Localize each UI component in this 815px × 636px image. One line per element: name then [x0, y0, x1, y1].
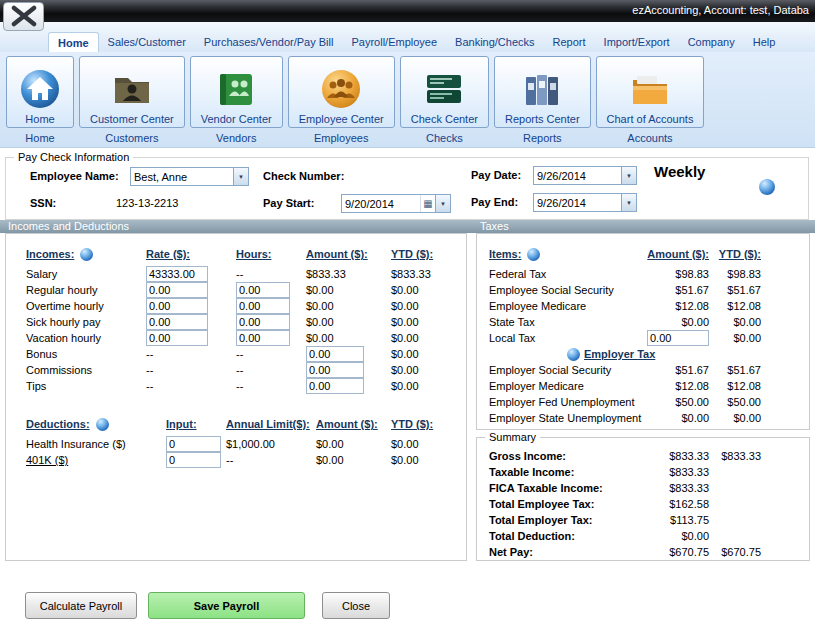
help-globe-icon[interactable] [80, 248, 93, 261]
tab-sales-customer[interactable]: Sales/Customer [99, 32, 195, 52]
calculate-payroll-button[interactable]: Calculate Payroll [25, 592, 137, 619]
income-amount: $0.00 [306, 300, 391, 312]
summary-panel: Summary Gross Income: $833.33 $833.33 Ta… [476, 437, 810, 561]
toolbar-vendor-group: Vendor Center Vendors [190, 56, 283, 144]
deductions-column-header: Deductions: [26, 418, 90, 430]
summary-title: Summary [485, 431, 540, 443]
check-center-button[interactable]: Check Center [400, 56, 489, 128]
toolbar-customer-group: Customer Center Customers [79, 56, 185, 144]
deduction-limit: $1,000.00 [226, 438, 316, 450]
health-insurance-input[interactable] [166, 436, 221, 452]
tab-company[interactable]: Company [679, 32, 744, 52]
salary-rate-input[interactable] [146, 266, 208, 282]
income-amount: $0.00 [306, 284, 391, 296]
vacation-hourly-hours-input[interactable] [236, 330, 290, 346]
pay-end-label: Pay End: [471, 196, 518, 208]
incomes-column-header: Incomes: [26, 248, 74, 260]
app-logo-button[interactable] [3, 2, 44, 31]
tab-purchases-vendor-pay-bill[interactable]: Purchases/Vendor/Pay Bill [195, 32, 343, 52]
deduction-ytd: $0.00 [391, 438, 468, 450]
tax-row-employer-state-unemployment: Employer State Unemployment $0.00 $0.00 [477, 410, 809, 426]
vendor-center-label: Vendor Center [201, 113, 272, 125]
app-window: ezAccounting, Account: test, Databa Home… [0, 0, 815, 636]
tax-label: Employee Medicare [489, 300, 651, 312]
commissions-amount-input[interactable] [306, 362, 364, 378]
ezaccounting-logo-icon [10, 5, 38, 29]
income-label: Salary [26, 268, 146, 280]
ytd-column-header: YTD ($): [719, 248, 761, 260]
employer-tax-section-header: Employer Tax [477, 346, 809, 362]
vacation-hourly-rate-input[interactable] [146, 330, 208, 346]
bonus-amount-input[interactable] [306, 346, 364, 362]
overtime-hourly-rate-input[interactable] [146, 298, 208, 314]
tax-amount: $51.67 [651, 364, 709, 376]
overtime-hourly-hours-input[interactable] [236, 298, 290, 314]
chart-of-accounts-button[interactable]: Chart of Accounts [596, 56, 705, 128]
vendor-center-button[interactable]: Vendor Center [190, 56, 283, 128]
input-column-header: Input: [166, 418, 197, 430]
employee-center-icon [318, 66, 364, 112]
tab-banking-checks[interactable]: Banking/Checks [446, 32, 544, 52]
customer-center-button[interactable]: Customer Center [79, 56, 185, 128]
tax-row-local: Local Tax $0.00 [477, 330, 809, 346]
income-hours: -- [236, 268, 306, 280]
pay-start-datepicker[interactable]: 9/20/2014 ▦ ▼ [341, 194, 451, 213]
tax-label: Local Tax [489, 332, 651, 344]
sick-hourly-hours-input[interactable] [236, 314, 290, 330]
close-button[interactable]: Close [322, 592, 390, 619]
toolbar-check-group: Check Center Checks [400, 56, 489, 144]
tab-report[interactable]: Report [544, 32, 595, 52]
summary-row-total-employer-tax: Total Employer Tax: $113.75 [477, 512, 809, 528]
vendor-center-icon [213, 66, 259, 112]
accounts-sublabel: Accounts [627, 132, 672, 144]
tips-amount-input[interactable] [306, 378, 364, 394]
reports-center-label: Reports Center [505, 113, 580, 125]
income-label: Bonus [26, 348, 146, 360]
summary-row-total-deduction: Total Deduction: $0.00 [477, 528, 809, 544]
title-bar: ezAccounting, Account: test, Databa [0, 0, 815, 22]
income-row-tips: Tips -- -- $0.00 [6, 378, 466, 394]
save-payroll-button[interactable]: Save Payroll [148, 592, 305, 619]
home-button[interactable]: Home [6, 56, 74, 128]
tax-ytd: $0.00 [709, 412, 761, 424]
tax-row-employer-medicare: Employer Medicare $12.08 $12.08 [477, 378, 809, 394]
tab-help[interactable]: Help [744, 32, 785, 52]
employee-name-select[interactable]: Best, Anne ▼ [130, 167, 249, 186]
tab-import-export[interactable]: Import/Export [595, 32, 679, 52]
tab-home[interactable]: Home [48, 32, 99, 52]
help-globe-icon[interactable] [527, 248, 540, 261]
income-ytd: $0.00 [391, 332, 468, 344]
help-globe-icon[interactable] [96, 418, 109, 431]
tab-payroll-employee[interactable]: Payroll/Employee [342, 32, 446, 52]
summary-row-taxable-income: Taxable Income: $833.33 [477, 464, 809, 480]
pay-date-select[interactable]: 9/26/2014 ▼ [533, 166, 637, 185]
customer-center-icon [109, 66, 155, 112]
help-globe-icon[interactable] [759, 179, 775, 195]
local-tax-input[interactable] [647, 330, 709, 346]
income-row-salary: Salary -- $833.33 $833.33 [6, 266, 466, 282]
summary-label: Total Employee Tax: [489, 498, 651, 510]
summary-row-total-employee-tax: Total Employee Tax: $162.58 [477, 496, 809, 512]
income-rate: -- [146, 364, 236, 376]
income-row-sick-hourly: Sick hourly pay $0.00 $0.00 [6, 314, 466, 330]
taxes-panel: Items: Amount ($): YTD ($): Federal Tax … [476, 233, 810, 430]
income-label: Commissions [26, 364, 146, 376]
sick-hourly-rate-input[interactable] [146, 314, 208, 330]
chevron-down-icon: ▼ [621, 167, 636, 184]
tax-ytd: $0.00 [709, 316, 761, 328]
tax-amount: $12.08 [651, 380, 709, 392]
tax-row-employer-fed-unemployment: Employer Fed Unemployment $50.00 $50.00 [477, 394, 809, 410]
help-globe-icon[interactable] [567, 348, 580, 361]
check-number-input[interactable] [346, 168, 446, 185]
reports-center-button[interactable]: Reports Center [494, 56, 591, 128]
employee-center-button[interactable]: Employee Center [288, 56, 395, 128]
income-label: Overtime hourly [26, 300, 146, 312]
401k-input[interactable] [166, 452, 221, 468]
tax-ytd: $12.08 [709, 380, 761, 392]
tax-row-federal: Federal Tax $98.83 $98.83 [477, 266, 809, 282]
regular-hourly-hours-input[interactable] [236, 282, 290, 298]
vendors-sublabel: Vendors [216, 132, 256, 144]
regular-hourly-rate-input[interactable] [146, 282, 208, 298]
income-ytd: $0.00 [391, 284, 468, 296]
pay-end-select[interactable]: 9/26/2014 ▼ [533, 193, 637, 212]
